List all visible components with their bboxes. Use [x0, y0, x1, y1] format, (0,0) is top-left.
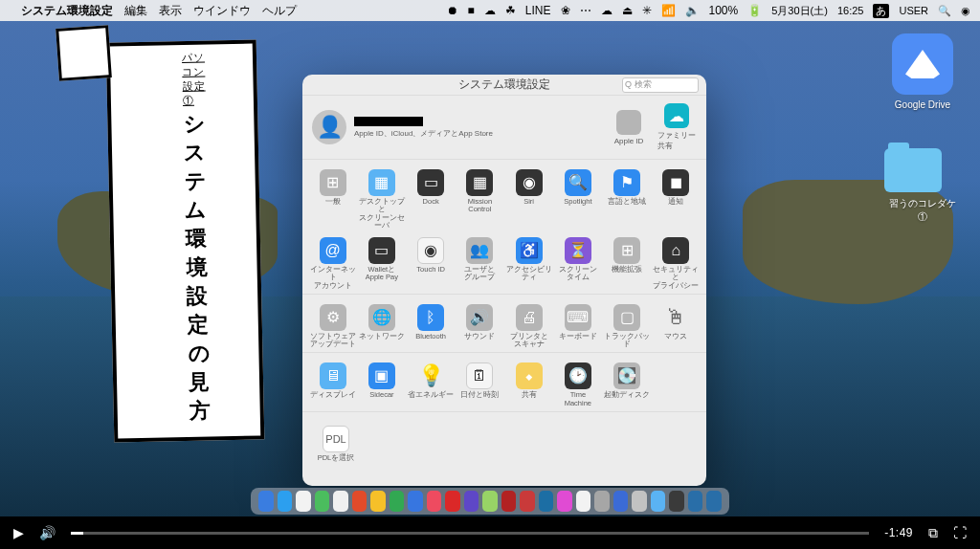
menubar-time[interactable]: 16:25 — [837, 5, 864, 16]
desktop-gdrive[interactable]: Google Drive — [892, 33, 953, 110]
pref-item[interactable]: 🖱マウス — [652, 304, 701, 349]
dock-app[interactable] — [688, 491, 703, 512]
title-card-title: システム環境設定の見方 — [173, 107, 222, 428]
status-icon[interactable]: ⋯ — [580, 4, 591, 17]
pref-item[interactable]: ▢トラックパッド — [603, 304, 652, 349]
menu-edit[interactable]: 編集 — [124, 3, 147, 19]
status-battery-pct[interactable]: 100% — [709, 4, 739, 17]
dock-app[interactable] — [352, 491, 368, 512]
dock-app[interactable] — [296, 491, 311, 512]
pref-icon: ⌂ — [662, 237, 689, 264]
status-icon[interactable]: ☁ — [601, 4, 612, 17]
pref-item[interactable]: 🕑Time Machine — [553, 362, 602, 407]
pref-item[interactable]: ⊞機能拡張 — [603, 237, 652, 290]
pref-icon: ▣ — [368, 362, 395, 389]
status-icon[interactable]: ❀ — [561, 4, 570, 17]
dock-app[interactable] — [445, 491, 460, 512]
menu-view[interactable]: 表示 — [159, 3, 182, 19]
status-wifi-icon[interactable]: 📶 — [661, 4, 676, 17]
pref-item[interactable]: ⏳スクリーン タイム — [553, 237, 602, 290]
pref-icon: 💡 — [417, 362, 444, 389]
menu-window[interactable]: ウインドウ — [193, 3, 251, 19]
pref-item[interactable]: ▭Dock — [407, 169, 456, 230]
pref-item[interactable]: ⌨キーボード — [553, 304, 602, 349]
pref-item[interactable]: ▭Walletと Apple Pay — [357, 237, 406, 290]
dock-app[interactable] — [520, 491, 535, 512]
pref-item[interactable]: ◉Touch ID — [407, 237, 456, 290]
avatar[interactable]: 👤 — [312, 110, 346, 144]
dock-app[interactable] — [464, 491, 479, 512]
dock-app[interactable] — [333, 491, 348, 512]
pref-item[interactable]: @インターネット アカウント — [308, 237, 357, 290]
pref-item[interactable]: ⌂セキュリティと プライバシー — [652, 237, 701, 290]
status-icon[interactable]: LINE — [525, 4, 551, 17]
spotlight-icon[interactable]: 🔍 — [938, 5, 951, 17]
pref-item[interactable]: 🔍Spotlight — [553, 169, 602, 230]
dock-app[interactable] — [557, 491, 572, 512]
status-icon[interactable]: ■ — [468, 4, 475, 17]
pref-item[interactable]: ᛒBluetooth — [407, 304, 456, 349]
dock-app[interactable] — [706, 491, 722, 512]
dock-app[interactable] — [278, 491, 293, 512]
status-battery-icon[interactable]: 🔋 — [747, 4, 762, 17]
progress-bar[interactable] — [71, 532, 869, 535]
pref-item[interactable]: ⚙ソフトウェア アップデート — [308, 304, 357, 349]
pref-item[interactable]: PDLPDLを選択 — [312, 426, 360, 462]
pref-item[interactable]: ♿アクセシビリティ — [504, 237, 553, 290]
pref-item[interactable]: 🗓日付と時刻 — [456, 362, 504, 407]
pref-label: 通知 — [668, 198, 683, 206]
dock-app[interactable] — [427, 491, 442, 512]
pref-item[interactable]: 🔊サウンド — [456, 304, 504, 349]
menubar-date[interactable]: 5月30日(土) — [771, 4, 828, 18]
dock-app[interactable] — [651, 491, 666, 512]
pref-item[interactable]: ⚑言語と地域 — [603, 169, 652, 230]
dock-app[interactable] — [258, 491, 274, 512]
pref-item[interactable]: ▦Mission Control — [456, 169, 504, 230]
desktop-folder[interactable]: 習うのコレダケ ① — [884, 148, 961, 224]
menu-help[interactable]: ヘルプ — [262, 3, 297, 19]
dock-app[interactable] — [482, 491, 498, 512]
dock-app[interactable] — [315, 491, 330, 512]
pref-item[interactable]: ⬥共有 — [504, 362, 553, 407]
ime-indicator[interactable]: あ — [873, 4, 889, 18]
dock-app[interactable] — [501, 491, 517, 512]
status-icon[interactable]: ⏺ — [447, 4, 458, 17]
pref-item[interactable]: 💽起動ディスク — [603, 362, 652, 407]
dock-app[interactable] — [539, 491, 554, 512]
pip-button[interactable]: ⧉ — [928, 525, 938, 541]
pref-item[interactable]: 💡省エネルギー — [407, 362, 456, 407]
menubar-app-name[interactable]: システム環境設定 — [21, 3, 113, 19]
pref-item[interactable]: 🖥ディスプレイ — [308, 362, 357, 407]
pref-item[interactable]: ◼通知 — [652, 169, 701, 230]
search-input[interactable]: Q 検索 — [622, 77, 699, 93]
pref-item[interactable]: ▦デスクトップと スクリーンセーバ — [357, 169, 406, 230]
dock-app[interactable] — [370, 491, 386, 512]
dock[interactable] — [251, 488, 729, 515]
pref-item[interactable]: 🌐ネットワーク — [357, 304, 406, 349]
siri-icon[interactable]: ◉ — [961, 5, 970, 17]
pref-apple-id[interactable]: Apple ID — [609, 110, 649, 145]
dock-app[interactable] — [669, 491, 684, 512]
dock-app[interactable] — [594, 491, 610, 512]
play-button[interactable]: ▶ — [13, 525, 24, 540]
status-bluetooth-icon[interactable]: ✳ — [642, 4, 652, 17]
pref-item[interactable]: ◉Siri — [504, 169, 553, 230]
dock-app[interactable] — [632, 491, 647, 512]
volume-button[interactable]: 🔊 — [39, 525, 56, 540]
pref-item[interactable]: ▣Sidecar — [357, 362, 406, 407]
status-volume-icon[interactable]: 🔈 — [685, 4, 700, 17]
dock-app[interactable] — [613, 491, 629, 512]
fullscreen-button[interactable]: ⛶ — [953, 525, 967, 540]
window-titlebar[interactable]: システム環境設定 Q 検索 — [302, 75, 706, 96]
pref-item[interactable]: 👥ユーザと グループ — [456, 237, 504, 290]
menubar-user[interactable]: USER — [899, 5, 928, 16]
pref-family-sharing[interactable]: ☁ ファミリー 共有 — [657, 103, 697, 151]
status-icon[interactable]: ☁ — [484, 4, 496, 17]
status-eject-icon[interactable]: ⏏ — [622, 4, 633, 17]
dock-app[interactable] — [576, 491, 591, 512]
pref-item[interactable]: ⊞一般 — [308, 169, 357, 230]
pref-item[interactable]: 🖨プリンタと スキャナ — [504, 304, 553, 349]
status-icon[interactable]: ☘ — [505, 4, 516, 17]
dock-app[interactable] — [408, 491, 423, 512]
dock-app[interactable] — [390, 491, 405, 512]
